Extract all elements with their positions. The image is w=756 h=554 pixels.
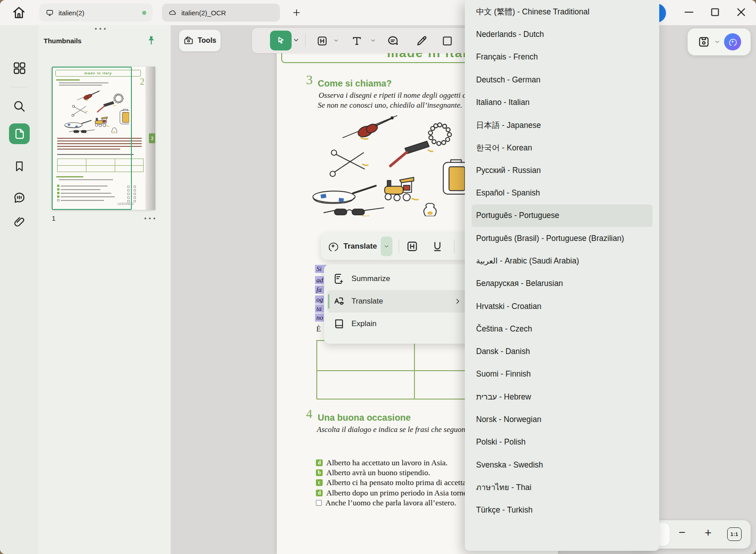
theme-button[interactable] <box>9 549 30 554</box>
menu-item-summarize[interactable]: Summarize <box>327 268 467 290</box>
answer-badge[interactable]: b <box>316 469 323 476</box>
translate-icon <box>333 295 345 308</box>
highlight-action-button[interactable] <box>405 240 419 253</box>
ai-assistant-button[interactable] <box>724 33 741 50</box>
tab-document-1[interactable]: italien(2) <box>39 4 153 22</box>
language-option-label: Português (Brasil) - Portuguese (Brazili… <box>476 234 624 243</box>
underline-icon <box>431 240 444 253</box>
language-option[interactable]: Italiano - Italian <box>465 91 659 114</box>
language-option[interactable]: Беларуская - Belarusian <box>465 272 659 295</box>
language-option-label: Türkçe - Turkish <box>476 505 532 515</box>
thumbnail-page-number: 1 <box>52 214 55 222</box>
language-option-label: Беларуская - Belarusian <box>476 279 563 288</box>
pen-icon <box>415 34 428 48</box>
save-button[interactable] <box>697 35 711 49</box>
selection-toolbar: Translate <box>321 233 469 260</box>
maximize-icon <box>708 5 722 19</box>
language-option[interactable]: Norsk - Norwegian <box>465 408 659 431</box>
answer-badge[interactable]: c <box>316 479 323 486</box>
menu-item-explain[interactable]: Explain <box>327 313 467 335</box>
zoom-out-button[interactable]: − <box>679 526 685 540</box>
zoom-in-button[interactable]: + <box>705 526 711 540</box>
thumbnail-more-button[interactable] <box>144 218 155 219</box>
language-option[interactable]: Español - Spanish <box>465 182 659 204</box>
select-tool-dropdown[interactable] <box>292 36 300 44</box>
page-thumbnail[interactable]: made in italy 2 <box>52 67 155 210</box>
highlight-icon <box>316 35 328 47</box>
save-icon <box>697 35 711 49</box>
minimize-button[interactable] <box>679 4 699 21</box>
statement-text: Anche l’uomo che parla lavora all’estero… <box>325 498 456 508</box>
language-option-label: Français - French <box>476 52 538 62</box>
statement-row: c Alberto ci ha pensato molto prima di a… <box>316 478 472 488</box>
section3-instruction-1: Osserva i disegni e ripeti il nome degli… <box>319 91 486 100</box>
answer-badge[interactable]: d <box>316 459 323 466</box>
panel-drag-handle[interactable] <box>95 28 106 30</box>
language-option-label: Español - Spanish <box>476 188 540 198</box>
shape-tool-button[interactable] <box>441 35 454 47</box>
language-option[interactable]: Русский - Russian <box>465 159 659 182</box>
menu-item-translate[interactable]: Translate <box>327 290 467 313</box>
language-option-label: ภาษาไทย - Thai <box>476 481 531 494</box>
language-option[interactable]: Français - French <box>465 46 659 68</box>
underline-action-button[interactable] <box>431 240 444 253</box>
language-option[interactable]: 日本語 - Japanese <box>465 114 659 136</box>
highlight-tool-button[interactable] <box>316 35 328 47</box>
actual-size-button[interactable]: 1:1 <box>727 527 742 541</box>
language-option[interactable]: 中文 (繁體) - Chinese Traditional <box>465 0 659 23</box>
section3-instruction-2: Se non ne conosci uno, chiedilo all’inse… <box>318 101 462 110</box>
attachments-button[interactable] <box>9 212 30 232</box>
monitor-icon <box>45 9 54 17</box>
comment-tool-button[interactable] <box>386 34 400 48</box>
pin-panel-button[interactable] <box>146 35 156 46</box>
translate-dropdown-button[interactable] <box>381 236 392 256</box>
panel-title: Thumbnails <box>44 37 81 45</box>
language-option[interactable]: Türkçe - Turkish <box>465 499 659 522</box>
plus-icon <box>292 8 302 18</box>
search-button[interactable] <box>9 96 30 117</box>
select-tool-button[interactable] <box>270 31 292 50</box>
home-button[interactable] <box>11 5 27 21</box>
language-option[interactable]: Suomi - Finnish <box>465 363 659 386</box>
save-dropdown-button[interactable] <box>714 39 720 45</box>
language-option-label: Italiano - Italian <box>476 98 530 107</box>
language-option[interactable]: Nederlands - Dutch <box>465 23 659 45</box>
pen-tool-button[interactable] <box>415 34 428 48</box>
tab-document-2[interactable]: italien(2)_OCR <box>162 4 280 22</box>
bookmarks-button[interactable] <box>9 156 30 177</box>
language-option[interactable]: עברית - Hebrew <box>465 386 659 408</box>
language-option[interactable]: Deutsch - German <box>465 68 659 91</box>
language-option[interactable]: Português - Portuguese <box>472 204 652 227</box>
home-icon <box>11 5 27 21</box>
language-option[interactable]: Português (Brasil) - Portuguese (Brazili… <box>465 227 659 250</box>
thumbnails-panel-button[interactable] <box>9 123 30 144</box>
section3-heading: Come si chiama? <box>318 78 392 89</box>
language-option[interactable]: Čeština - Czech <box>465 318 659 340</box>
tools-button[interactable]: Tools <box>179 30 220 51</box>
answer-badge[interactable]: d <box>316 490 323 496</box>
text-tool-button[interactable] <box>350 34 364 48</box>
translate-button[interactable]: Translate <box>343 242 377 251</box>
tools-label: Tools <box>198 36 216 45</box>
home-panels-button[interactable] <box>9 58 30 78</box>
new-tab-button[interactable] <box>292 8 302 18</box>
language-option[interactable]: العربية - Arabic (Saudi Arabia) <box>465 250 659 272</box>
statement-text: Alberto dopo un primo periodo in Asia to… <box>326 488 469 498</box>
section4-number: 4 <box>306 407 312 421</box>
text-tool-dropdown[interactable] <box>370 37 376 44</box>
language-option[interactable]: Hrvatski - Croatian <box>465 295 659 318</box>
language-option[interactable]: 한국어 - Korean <box>465 136 659 159</box>
maximize-button[interactable] <box>705 4 725 21</box>
language-option[interactable]: Polski - Polish <box>465 431 659 454</box>
answer-badge[interactable] <box>316 500 322 506</box>
close-button[interactable] <box>731 4 752 21</box>
section4-heading: Una buona occasione <box>318 413 411 423</box>
language-option-label: Suomi - Finnish <box>476 369 531 379</box>
language-option-label: Čeština - Czech <box>476 324 532 334</box>
language-option[interactable]: Dansk - Danish <box>465 340 659 363</box>
comments-button[interactable] <box>9 187 30 208</box>
language-option[interactable]: ภาษาไทย - Thai <box>465 476 659 499</box>
statement-row: d Alberto dopo un primo periodo in Asia … <box>316 488 472 498</box>
language-option[interactable]: Svenska - Swedish <box>465 454 659 476</box>
highlight-tool-dropdown[interactable] <box>333 37 339 44</box>
